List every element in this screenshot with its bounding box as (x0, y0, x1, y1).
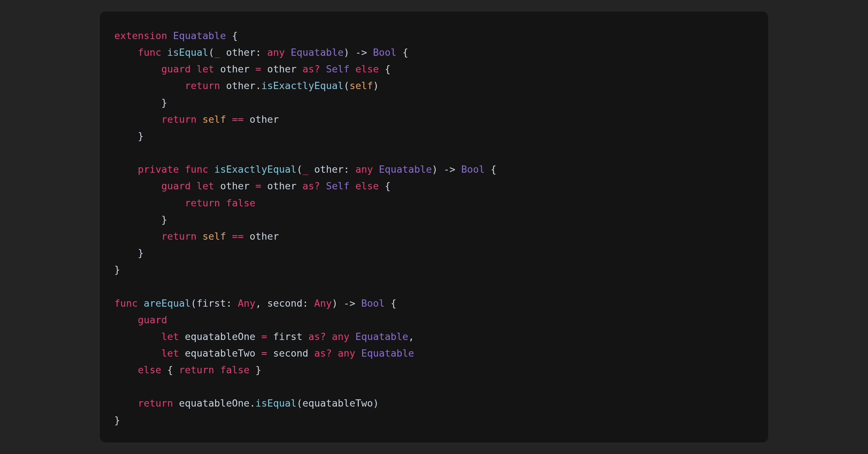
token-keyword: = (255, 63, 261, 75)
code-content[interactable]: extension Equatable { func isEqual(_ oth… (114, 28, 754, 429)
token-default: } (114, 264, 120, 275)
token-self: self (349, 80, 373, 91)
token-fn: areEqual (144, 298, 191, 309)
token-default: (first: (191, 298, 238, 309)
token-default: { (485, 164, 497, 175)
token-default (226, 114, 232, 125)
token-default (138, 298, 144, 309)
token-default (191, 180, 196, 192)
token-default (320, 63, 326, 75)
token-default: first (267, 331, 309, 342)
token-type: Equatable (356, 331, 408, 342)
token-keyword: Any (314, 298, 332, 309)
token-keyword: let (197, 63, 214, 75)
token-type: Bool (361, 298, 385, 309)
token-keyword: = (261, 348, 267, 359)
token-default (114, 80, 185, 91)
token-default: { (379, 63, 391, 75)
token-default (349, 63, 355, 75)
token-default (208, 164, 214, 175)
token-default (197, 114, 203, 125)
token-fn: isExactlyEqual (214, 164, 297, 175)
token-default (373, 164, 379, 175)
token-default: other: (309, 164, 356, 175)
token-default (332, 348, 338, 359)
token-default (226, 231, 232, 242)
token-default (326, 331, 332, 342)
token-keyword: as? (308, 331, 326, 342)
token-default: ) -> (432, 164, 461, 175)
token-default: ( (208, 47, 214, 58)
token-keyword: false (226, 197, 255, 209)
token-keyword: let (161, 348, 179, 359)
token-keyword: _ (302, 164, 308, 175)
token-default: } (114, 415, 120, 426)
token-default (356, 348, 361, 359)
token-type: Equatable (361, 348, 414, 359)
token-default: ( (344, 80, 349, 91)
token-default (114, 231, 161, 242)
token-keyword: else (138, 364, 161, 375)
token-default: other (214, 180, 255, 192)
token-type: Bool (461, 164, 485, 175)
token-type: Self (326, 180, 349, 192)
token-fn: isEqual (167, 47, 208, 58)
code-root: extension Equatable { func isEqual(_ oth… (114, 30, 497, 426)
token-keyword: private (138, 164, 179, 175)
token-default: } (250, 364, 261, 375)
token-default: second (267, 348, 314, 359)
code-block[interactable]: extension Equatable { func isEqual(_ oth… (100, 12, 768, 442)
token-keyword: else (356, 63, 379, 75)
token-default: other (261, 63, 302, 75)
token-fn: isEqual (255, 398, 297, 409)
token-default: other (244, 231, 279, 242)
token-default: } (114, 97, 167, 108)
token-keyword: = (261, 331, 267, 342)
token-default: , second: (255, 298, 314, 309)
token-keyword: guard (161, 180, 191, 192)
token-keyword: func (138, 47, 161, 58)
token-keyword: as? (314, 348, 332, 359)
token-keyword: _ (214, 47, 220, 58)
token-default (197, 231, 203, 242)
token-default: other (244, 114, 279, 125)
token-default (161, 47, 167, 58)
token-default: ( (297, 164, 302, 175)
token-type: Equatable (379, 164, 432, 175)
token-type: Self (326, 63, 349, 75)
token-default (114, 180, 161, 192)
token-keyword: return (179, 364, 214, 375)
token-keyword: == (232, 114, 244, 125)
token-keyword: return (138, 398, 173, 409)
token-default (114, 331, 161, 342)
token-fn: isExactlyEqual (261, 80, 344, 91)
token-default (114, 114, 161, 125)
token-default (349, 180, 355, 192)
token-type: Equatable (291, 47, 344, 58)
token-keyword: func (185, 164, 208, 175)
token-default (114, 47, 138, 58)
token-default: { (226, 30, 238, 41)
token-default (114, 398, 138, 409)
token-type: Equatable (173, 30, 226, 41)
token-default (114, 164, 138, 175)
token-keyword: return (185, 80, 220, 91)
token-keyword: as? (302, 63, 320, 75)
token-keyword: func (114, 298, 138, 309)
token-type: Bool (373, 47, 396, 58)
token-keyword: as? (302, 180, 320, 192)
token-default: } (114, 247, 144, 258)
token-default: } (114, 214, 167, 225)
token-keyword: else (356, 180, 379, 192)
token-keyword: let (197, 180, 214, 192)
token-default: ) (373, 80, 379, 91)
token-keyword: = (255, 180, 261, 192)
token-default: other. (220, 80, 261, 91)
token-default: { (396, 47, 408, 58)
token-keyword: return (161, 231, 197, 242)
token-keyword: any (338, 348, 356, 359)
token-default (114, 63, 161, 75)
token-keyword: return (185, 197, 220, 209)
token-default (167, 30, 173, 41)
token-keyword: extension (114, 30, 167, 41)
